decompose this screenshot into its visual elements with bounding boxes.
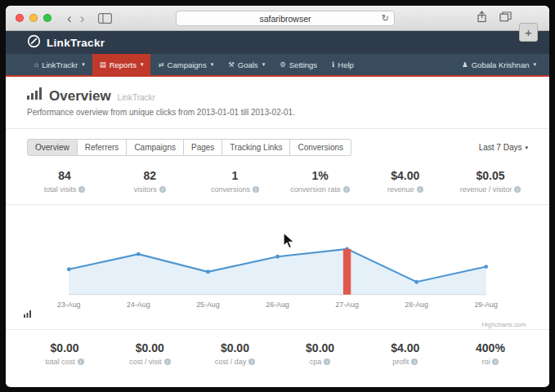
mini-bar-chart-icon [24, 306, 33, 321]
page-title: Overview [49, 89, 111, 103]
nav-item-label: LinkTrackr [42, 60, 78, 69]
x-axis-label: 24-Aug [127, 300, 150, 308]
back-button[interactable]: ‹ [63, 11, 76, 25]
reload-icon[interactable]: ↻ [382, 13, 389, 24]
close-window-button[interactable] [16, 14, 24, 22]
nav-item-campaigns[interactable]: ⇄Campaigns▾ [150, 54, 221, 75]
nav-item-label: Settings [289, 60, 317, 69]
info-icon[interactable]: i [492, 359, 499, 365]
chart-marker[interactable] [484, 265, 488, 269]
info-icon[interactable]: i [343, 186, 350, 193]
stat-value: 400% [448, 341, 533, 354]
nav-item-linktrackr[interactable]: ⌂LinkTrackr▾ [27, 54, 92, 75]
x-axis-label: 29-Aug [474, 300, 498, 308]
chevron-down-icon: ▾ [533, 61, 536, 68]
user-icon: ♟ [462, 60, 468, 69]
home-icon: ⌂ [34, 60, 38, 69]
app-header: LinkTrackr [6, 31, 549, 54]
forward-button[interactable]: › [76, 11, 89, 25]
x-axis-label: 23-Aug [57, 300, 81, 308]
nav-item-label: Help [338, 60, 354, 69]
stat-label: conversion rate [290, 185, 341, 194]
sidebar-toggle-icon[interactable] [98, 13, 112, 24]
tab-campaigns[interactable]: Campaigns [126, 139, 184, 156]
stat-revenue-visitor: $0.05revenue / visitori [448, 169, 533, 194]
stat-roi: 400%roii [448, 341, 533, 366]
x-axis-label: 25-Aug [196, 300, 220, 308]
info-icon[interactable]: i [253, 186, 259, 193]
linktrackr-logo-icon [27, 34, 41, 51]
chart-marker[interactable] [206, 270, 210, 274]
info-icon[interactable]: i [164, 359, 171, 365]
report-tabbar: OverviewReferrersCampaignsPagesTracking … [6, 129, 549, 156]
window-controls [16, 14, 51, 22]
url-text: safaribrowser [259, 14, 311, 24]
browser-window: ‹ › safaribrowser ↻ + LinkTrackr ⌂LinkTr… [6, 6, 549, 387]
stat-cost-visit: $0.00cost / visiti [107, 341, 192, 366]
stats-row-top: 84total visitsi82visitorsi1conversionsi1… [6, 156, 549, 204]
nav-items: ⌂LinkTrackr▾▤Reports▾⇄Campaigns▾⚒Goals▾⚙… [27, 54, 361, 75]
stat-label: total cost [46, 358, 75, 366]
tab-tracking-links[interactable]: Tracking Links [222, 139, 290, 156]
stat-value: $0.00 [107, 341, 192, 354]
stat-value: 82 [107, 169, 192, 182]
tab-conversions[interactable]: Conversions [289, 139, 351, 156]
stat-revenue: $4.00revenuei [363, 169, 448, 194]
chevron-down-icon: ▾ [82, 61, 85, 68]
nav-item-label: Campaigns [168, 60, 207, 69]
wrench-icon: ⚙ [280, 60, 286, 69]
stat-value: $0.00 [192, 341, 277, 354]
chart-marker[interactable] [137, 252, 141, 256]
user-name: Gobala Krishnan [472, 60, 530, 69]
info-icon[interactable]: i [324, 359, 330, 365]
info-icon[interactable]: i [417, 186, 423, 193]
highlight-bar[interactable] [343, 249, 351, 295]
stat-value: 1% [278, 169, 363, 182]
date-range-dropdown[interactable]: Last 7 Days ▾ [479, 143, 528, 152]
info-icon[interactable]: i [514, 186, 521, 193]
chevron-down-icon: ▾ [141, 61, 144, 68]
tab-overview[interactable]: Overview [27, 139, 78, 156]
stat-value: $0.00 [22, 341, 107, 354]
stat-cpa: $0.00cpai [278, 341, 363, 366]
tab-pages[interactable]: Pages [183, 139, 222, 156]
chart-marker[interactable] [67, 267, 71, 271]
stat-total-cost: $0.00total costi [22, 341, 107, 366]
chevron-down-icon: ▾ [525, 145, 528, 151]
address-bar[interactable]: safaribrowser ↻ [176, 11, 395, 26]
stat-label: roi [481, 358, 490, 366]
share-icon[interactable] [477, 11, 487, 26]
tab-referrers[interactable]: Referrers [77, 139, 128, 156]
chevron-down-icon: ▾ [262, 61, 266, 68]
chart-section: 23-Aug24-Aug25-Aug26-Aug27-Aug28-Aug29-A… [6, 205, 549, 329]
nav-item-help[interactable]: ℹHelp [324, 54, 361, 75]
help-icon: ℹ [332, 60, 334, 69]
nav-item-settings[interactable]: ⚙Settings [272, 54, 324, 75]
info-icon[interactable]: i [248, 359, 255, 365]
page-content: Overview LinkTrackr Performance overview… [6, 77, 549, 386]
info-icon[interactable]: i [411, 359, 418, 365]
stat-label: conversions [211, 185, 250, 194]
chart-marker[interactable] [414, 280, 418, 284]
user-menu[interactable]: ♟ Gobala Krishnan ▾ [462, 54, 536, 75]
chart-marker[interactable] [275, 255, 280, 259]
info-icon[interactable]: i [78, 359, 84, 365]
nav-item-reports[interactable]: ▤Reports▾ [92, 54, 151, 75]
brand-title: LinkTrackr [47, 37, 105, 49]
x-axis-label: 27-Aug [335, 300, 359, 308]
zoom-window-button[interactable] [43, 14, 51, 22]
stat-conversions: 1conversionsi [192, 169, 277, 194]
stat-total-visits: 84total visitsi [22, 169, 107, 194]
new-tab-button[interactable]: + [519, 23, 538, 42]
info-icon[interactable]: i [159, 186, 166, 193]
stat-label: visitors [134, 185, 157, 194]
tab-overview-icon[interactable] [499, 11, 512, 25]
date-range-label: Last 7 Days [479, 143, 522, 152]
x-axis-label: 26-Aug [266, 300, 289, 308]
stat-value: 1 [192, 169, 277, 182]
nav-item-goals[interactable]: ⚒Goals▾ [221, 54, 272, 75]
page-header: Overview LinkTrackr Performance overview… [6, 77, 549, 128]
minimize-window-button[interactable] [29, 14, 38, 22]
stat-label: cost / visit [129, 358, 162, 366]
info-icon[interactable]: i [78, 186, 85, 193]
